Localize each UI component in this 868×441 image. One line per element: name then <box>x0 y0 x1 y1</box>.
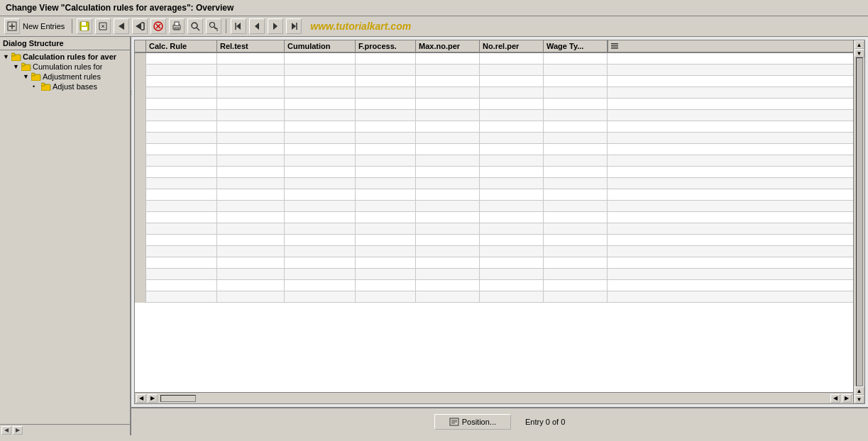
last-button[interactable] <box>286 18 302 34</box>
table-container: Calc. Rule Rel.test Cumulation F.process… <box>134 40 865 404</box>
table-row[interactable] <box>135 257 853 269</box>
toolbar: New Entries www.tutorialkart.com <box>0 16 868 37</box>
table-vscroll: ▲ ▼ ▲ ▼ <box>853 40 864 403</box>
tree-item-adjust-bases[interactable]: • Adjust bases <box>31 82 128 91</box>
table-row[interactable] <box>135 87 853 99</box>
tree-arrow-cumulation: ▼ <box>13 63 20 70</box>
panel-resize-handle[interactable]: ⋮ <box>130 71 133 113</box>
table-row[interactable] <box>135 110 853 121</box>
table-row[interactable] <box>135 223 853 235</box>
col-header-cumulation[interactable]: Cumulation <box>285 40 356 52</box>
table-row[interactable] <box>135 53 853 65</box>
table-row[interactable] <box>135 121 853 133</box>
left-panel: Dialog Structure ▼ Calculation rules for… <box>0 37 131 435</box>
tree-area: ▼ Calculation rules for aver ▼ Cumulatio… <box>0 50 130 424</box>
vscroll-down2-btn[interactable]: ▼ <box>855 395 864 403</box>
vscroll-down-btn[interactable]: ▼ <box>855 49 864 57</box>
col-header-max-no-per[interactable]: Max.no.per <box>416 40 480 52</box>
column-config-btn[interactable] <box>608 40 620 52</box>
right-scroll-btn[interactable]: ▶ <box>13 426 23 435</box>
hscroll-left-btn[interactable]: ◀ <box>136 394 146 403</box>
separator-1 <box>72 19 72 33</box>
left-scroll-btn[interactable]: ◀ <box>1 426 11 435</box>
table-row[interactable] <box>135 201 853 212</box>
table-row[interactable] <box>135 189 853 201</box>
svg-rect-35 <box>611 43 618 45</box>
new-entries-button[interactable] <box>4 18 20 34</box>
col-header-no-rel-per[interactable]: No.rel.per <box>480 40 544 52</box>
table-hscroll: ◀ ▶ ◀ ▶ <box>135 392 853 403</box>
folder-icon-cumulation <box>21 62 31 71</box>
col-header-wage-ty[interactable]: Wage Ty... <box>544 40 608 52</box>
table-row[interactable] <box>135 155 853 167</box>
svg-rect-16 <box>175 28 179 29</box>
print-button[interactable] <box>169 18 185 34</box>
next-button[interactable] <box>268 18 283 34</box>
cancel-button[interactable] <box>150 18 166 34</box>
svg-rect-28 <box>11 53 15 56</box>
hscroll-right2-btn[interactable]: ◀ <box>830 394 840 403</box>
svg-marker-6 <box>119 23 124 30</box>
exit-button[interactable] <box>132 18 148 34</box>
find-next-button[interactable] <box>206 18 221 34</box>
left-panel-bottom: ◀ ▶ <box>0 424 130 435</box>
svg-rect-4 <box>82 22 86 26</box>
find-button[interactable] <box>187 18 203 34</box>
row-selector-header <box>135 40 146 52</box>
status-bar: Position... Entry 0 of 0 <box>131 407 868 435</box>
tree-label-calc-rules: Calculation rules for aver <box>23 52 116 61</box>
dialog-structure-title: Dialog Structure <box>0 37 130 50</box>
svg-rect-15 <box>175 22 179 26</box>
table-row[interactable] <box>135 269 853 280</box>
table-row[interactable] <box>135 167 853 178</box>
tree-item-calc-rules[interactable]: ▼ Calculation rules for aver <box>1 52 128 62</box>
table-row[interactable] <box>135 291 853 303</box>
folder-icon-adjustment <box>31 72 41 81</box>
watermark: www.tutorialkart.com <box>310 21 411 32</box>
vscroll-track[interactable] <box>856 57 863 386</box>
col-header-calc-rule[interactable]: Calc. Rule <box>146 40 217 52</box>
table-row[interactable] <box>135 280 853 291</box>
col-header-f-process[interactable]: F.process. <box>356 40 416 52</box>
svg-rect-30 <box>21 63 25 66</box>
main-content: Dialog Structure ▼ Calculation rules for… <box>0 37 868 435</box>
folder-icon-calc-rules <box>11 52 21 61</box>
table-row[interactable] <box>135 212 853 223</box>
separator-2 <box>226 19 226 33</box>
svg-rect-32 <box>31 73 35 76</box>
hscroll-right3-btn[interactable]: ▶ <box>842 394 852 403</box>
table-with-scroll: Calc. Rule Rel.test Cumulation F.process… <box>135 40 864 403</box>
tree-arrow-calc-rules: ▼ <box>3 53 10 60</box>
table-rows-area <box>135 53 853 392</box>
table-row[interactable] <box>135 133 853 144</box>
hscroll-right-btn[interactable]: ▶ <box>148 394 158 403</box>
position-button[interactable]: Position... <box>434 414 511 430</box>
save-button[interactable] <box>77 18 92 34</box>
table-row[interactable] <box>135 246 853 257</box>
tree-label-adjustment: Adjustment rules <box>43 72 101 81</box>
svg-rect-5 <box>82 27 87 30</box>
vscroll-up2-btn[interactable]: ▲ <box>855 386 864 395</box>
svg-rect-37 <box>611 48 618 49</box>
table-row[interactable] <box>135 178 853 189</box>
shortcut-button[interactable] <box>95 18 111 34</box>
svg-marker-23 <box>255 23 259 30</box>
col-header-rel-test[interactable]: Rel.test <box>217 40 285 52</box>
folder-icon-adjust-bases <box>41 82 51 91</box>
vscroll-up-btn[interactable]: ▲ <box>855 40 864 49</box>
table-row[interactable] <box>135 76 853 87</box>
table-row[interactable] <box>135 99 853 110</box>
table-row[interactable] <box>135 235 853 246</box>
first-button[interactable] <box>231 18 246 34</box>
tree-item-adjustment-rules[interactable]: ▼ Adjustment rules <box>21 72 128 82</box>
back-button[interactable] <box>114 18 129 34</box>
table-row[interactable] <box>135 65 853 76</box>
previous-button[interactable] <box>249 18 265 34</box>
tree-arrow-adjust-bases: • <box>33 83 40 90</box>
table-header: Calc. Rule Rel.test Cumulation F.process… <box>135 40 853 53</box>
table-row[interactable] <box>135 144 853 155</box>
hscroll-thumb[interactable] <box>160 395 196 402</box>
tree-item-cumulation-rules[interactable]: ▼ Cumulation rules for <box>11 62 128 72</box>
svg-rect-34 <box>41 83 45 86</box>
new-entries-label: New Entries <box>23 22 65 30</box>
